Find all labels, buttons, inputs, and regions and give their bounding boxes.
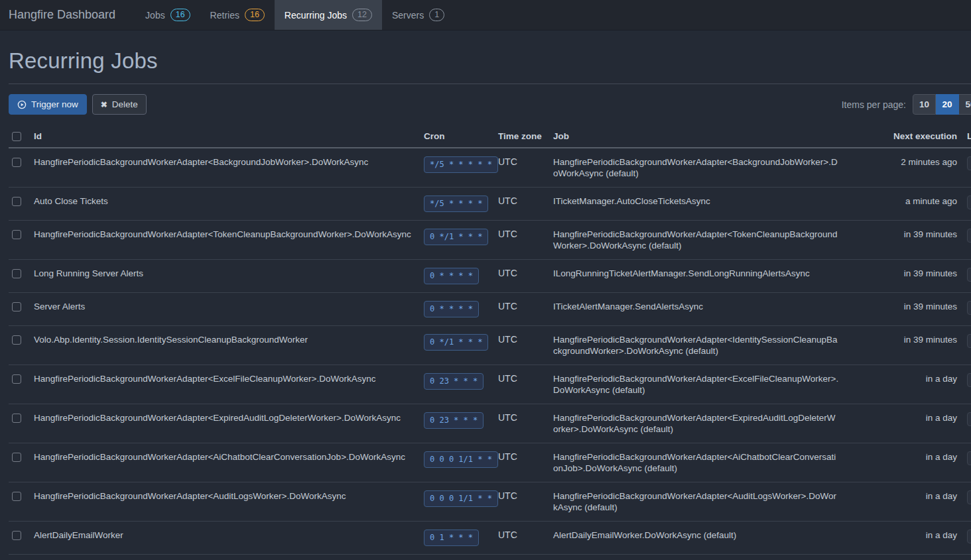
next-execution: in a day xyxy=(844,443,957,482)
last-execution-badge xyxy=(967,229,971,243)
x-icon: ✖ xyxy=(101,100,107,109)
next-execution: in a day xyxy=(844,404,957,443)
job-name: HangfirePeriodicBackgroundWorkerAdapter<… xyxy=(548,482,844,522)
job-id: HangfirePeriodicBackgroundWorkerAdapter<… xyxy=(29,148,419,188)
cron-badge: 0 23 * * * xyxy=(424,412,484,429)
timezone: UTC xyxy=(493,482,548,522)
row-checkbox[interactable] xyxy=(12,230,21,239)
col-header-id: Id xyxy=(29,125,419,148)
job-id: Azure Expiry Checker xyxy=(29,555,419,560)
page-size-50[interactable]: 50 xyxy=(959,94,971,115)
job-id: Long Running Server Alerts xyxy=(29,260,419,293)
table-row: Server Alerts 0 * * * * UTC ITicketAlert… xyxy=(9,293,971,326)
tab-servers[interactable]: Servers 1 xyxy=(382,0,454,30)
job-id: AlertDailyEmailWorker xyxy=(29,522,419,555)
job-id: HangfirePeriodicBackgroundWorkerAdapter<… xyxy=(29,365,419,404)
job-id: Server Alerts xyxy=(29,293,419,326)
cron-badge: 0 0 0 1/1 * * xyxy=(424,490,498,507)
timezone: UTC xyxy=(493,326,548,365)
tab-retries[interactable]: Retries 16 xyxy=(200,0,275,30)
job-id: HangfirePeriodicBackgroundWorkerAdapter<… xyxy=(29,482,419,522)
next-execution: in 39 minutes xyxy=(844,221,957,260)
col-header-job: Job xyxy=(548,125,844,148)
last-execution-badge xyxy=(967,490,971,504)
last-execution-badge xyxy=(967,156,971,170)
table-row: Azure Expiry Checker 0 0 * * 0 UTC IAzur… xyxy=(9,555,971,560)
table-row: HangfirePeriodicBackgroundWorkerAdapter<… xyxy=(9,365,971,404)
next-execution: in 3 days xyxy=(844,555,957,560)
trigger-now-button[interactable]: Trigger now xyxy=(9,94,87,115)
last-execution-badge xyxy=(967,530,971,543)
timezone: UTC xyxy=(493,404,548,443)
timezone: UTC xyxy=(493,443,548,482)
last-execution-badge xyxy=(967,373,971,387)
tab-recurring-jobs[interactable]: Recurring Jobs 12 xyxy=(275,0,382,30)
job-id: HangfirePeriodicBackgroundWorkerAdapter<… xyxy=(29,404,419,443)
tab-count-badge: 16 xyxy=(170,9,190,21)
col-header-last-execution: Last execution xyxy=(957,125,971,148)
last-execution-badge xyxy=(967,451,971,465)
select-all-checkbox[interactable] xyxy=(12,132,21,141)
cron-badge: */5 * * * * * xyxy=(424,156,498,173)
next-execution: in a day xyxy=(844,522,957,555)
last-execution-badge xyxy=(967,301,971,315)
job-name: ITicketAlertManager.SendAlertsAsync xyxy=(548,293,844,326)
col-header-timezone: Time zone xyxy=(493,125,548,148)
job-name: ILongRunningTicketAlertManager.SendLongR… xyxy=(548,260,844,293)
tab-count-badge: 1 xyxy=(429,9,444,21)
job-name: AlertDailyEmailWorker.DoWorkAsync (defau… xyxy=(548,522,844,555)
tab-count-badge: 16 xyxy=(245,9,265,21)
timezone: UTC xyxy=(493,365,548,404)
tab-label: Recurring Jobs xyxy=(285,10,347,21)
tab-label: Retries xyxy=(210,10,239,21)
last-execution-badge xyxy=(967,268,971,282)
last-execution-badge xyxy=(967,196,971,209)
next-execution: in 39 minutes xyxy=(844,260,957,293)
timezone: UTC xyxy=(493,555,548,560)
page-size-group: 102050 xyxy=(913,94,971,115)
row-checkbox[interactable] xyxy=(12,414,21,423)
table-row: HangfirePeriodicBackgroundWorkerAdapter<… xyxy=(9,148,971,188)
page-size-10[interactable]: 10 xyxy=(913,94,936,115)
main-content: Recurring Jobs Trigger now ✖ Delete Item… xyxy=(0,48,971,560)
page-size-20[interactable]: 20 xyxy=(936,94,959,115)
job-id: Volo.Abp.Identity.Session.IdentitySessio… xyxy=(29,326,419,365)
row-checkbox[interactable] xyxy=(12,374,21,384)
row-checkbox[interactable] xyxy=(12,492,21,501)
tab-label: Servers xyxy=(392,10,424,21)
cron-badge: 0 23 * * * xyxy=(424,373,484,390)
delete-label: Delete xyxy=(112,99,138,109)
row-checkbox[interactable] xyxy=(12,453,21,462)
play-circle-icon xyxy=(17,100,27,109)
table-row: HangfirePeriodicBackgroundWorkerAdapter<… xyxy=(9,404,971,443)
table-row: Long Running Server Alerts 0 * * * * UTC… xyxy=(9,260,971,293)
job-name: HangfirePeriodicBackgroundWorkerAdapter<… xyxy=(548,221,844,260)
row-checkbox[interactable] xyxy=(12,302,21,311)
app-title[interactable]: Hangfire Dashboard xyxy=(0,0,135,30)
items-per-page-label: Items per page: xyxy=(842,99,906,110)
cron-badge: 0 1 * * * xyxy=(424,530,479,546)
table-row: Auto Close Tickets */5 * * * * UTC ITick… xyxy=(9,188,971,221)
table-row: HangfirePeriodicBackgroundWorkerAdapter<… xyxy=(9,482,971,522)
col-header-next-execution: Next execution xyxy=(844,125,957,148)
job-name: HangfirePeriodicBackgroundWorkerAdapter<… xyxy=(548,326,844,365)
row-checkbox[interactable] xyxy=(12,158,21,167)
row-checkbox[interactable] xyxy=(12,335,21,345)
delete-button[interactable]: ✖ Delete xyxy=(92,94,147,115)
row-checkbox[interactable] xyxy=(12,531,21,540)
cron-badge: 0 * * * * xyxy=(424,301,479,317)
last-execution-badge xyxy=(967,334,971,348)
row-checkbox[interactable] xyxy=(12,197,21,206)
items-per-page-control: Items per page: 102050 xyxy=(842,94,971,115)
job-name: ITicketManager.AutoCloseTicketsAsync xyxy=(548,188,844,221)
row-checkbox[interactable] xyxy=(12,269,21,278)
recurring-jobs-table: Id Cron Time zone Job Next execution Las… xyxy=(9,125,971,560)
last-execution-badge xyxy=(967,412,971,426)
tab-jobs[interactable]: Jobs 16 xyxy=(135,0,200,30)
timezone: UTC xyxy=(493,148,548,188)
job-name: HangfirePeriodicBackgroundWorkerAdapter<… xyxy=(548,443,844,482)
next-execution: in 39 minutes xyxy=(844,326,957,365)
cron-badge: */5 * * * * xyxy=(424,196,488,212)
job-name: HangfirePeriodicBackgroundWorkerAdapter<… xyxy=(548,148,844,188)
toolbar: Trigger now ✖ Delete Items per page: 102… xyxy=(9,94,971,115)
